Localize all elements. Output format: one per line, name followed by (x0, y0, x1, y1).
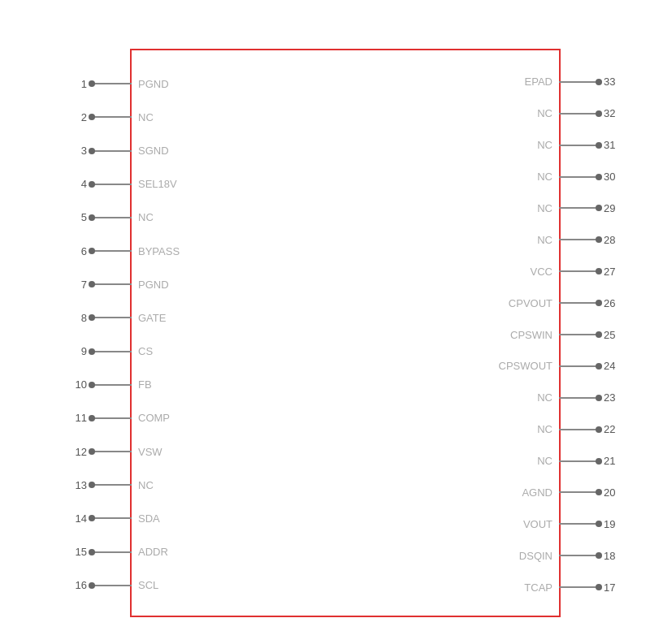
pin-dot (89, 348, 95, 355)
pin-line (559, 239, 600, 240)
pin-number: 4 (81, 178, 87, 190)
pin-label: NC (537, 107, 552, 119)
pin-number: 6 (81, 245, 87, 257)
pin-line (559, 302, 600, 304)
pin-dot (596, 300, 602, 306)
pin-label: NC (537, 234, 552, 246)
pin-label: NC (138, 211, 154, 223)
pin-line (559, 586, 600, 588)
pin-number: 22 (604, 423, 615, 435)
pin-label: NC (537, 423, 552, 435)
pin-line (91, 451, 132, 452)
pin-line (91, 585, 132, 586)
pin-label: COMP (138, 412, 170, 424)
pin-number: 32 (604, 107, 615, 119)
pin-dot (89, 482, 95, 488)
pin-line (559, 555, 600, 556)
pin-dot (89, 248, 95, 254)
pin-line (559, 429, 600, 430)
pin-dot (596, 236, 602, 243)
ic-body: 1PGND2NC3SGND4SEL18V5NC6BYPASS7PGND8GATE… (130, 49, 561, 617)
pin-line (91, 150, 132, 152)
pin-label: EPAD (525, 76, 552, 88)
pin-dot (89, 448, 95, 455)
pin-label: SDA (138, 512, 160, 525)
pin-number: 25 (604, 329, 615, 341)
pin-label: VOUT (523, 518, 552, 530)
pin-line (91, 217, 132, 218)
pin-line (91, 83, 132, 84)
pin-line (559, 145, 600, 146)
pin-label: CS (138, 345, 153, 357)
pin-dot (596, 110, 602, 117)
pin-dot (596, 395, 602, 401)
pin-label: PGND (138, 279, 169, 291)
pin-number: 17 (604, 581, 615, 594)
pin-label: VCC (531, 266, 552, 278)
pin-label: NC (537, 455, 552, 467)
pin-line (559, 365, 600, 367)
pin-label: NC (537, 139, 552, 151)
pin-line (91, 283, 132, 285)
pin-label: PGND (138, 78, 169, 90)
pin-line (559, 460, 600, 462)
pin-line (91, 417, 132, 419)
pin-line (91, 351, 132, 352)
pin-line (559, 176, 600, 178)
pin-label: CPVOUT (509, 297, 552, 309)
pin-number: 5 (81, 211, 87, 223)
pin-number: 18 (604, 550, 615, 562)
pin-dot (596, 552, 602, 559)
pin-number: 13 (76, 479, 87, 491)
pin-label: CPSWIN (510, 329, 552, 341)
pin-number: 27 (604, 266, 615, 278)
pin-number: 1 (81, 78, 87, 90)
pin-dot (89, 214, 95, 221)
pin-dot (596, 268, 602, 274)
pin-dot (596, 79, 602, 85)
pin-label: GATE (138, 312, 166, 324)
pin-label: NC (537, 202, 552, 214)
pin-number: 21 (604, 455, 615, 467)
pin-dot (89, 281, 95, 287)
pin-dot (89, 415, 95, 421)
pin-dot (596, 458, 602, 465)
pin-label: BYPASS (138, 245, 180, 257)
pin-number: 26 (604, 297, 615, 309)
pin-dot (89, 148, 95, 154)
pin-number: 7 (81, 279, 87, 291)
pin-number: 24 (604, 360, 615, 372)
pin-number: 33 (604, 76, 615, 88)
pin-label: NC (138, 111, 154, 123)
pin-number: 11 (76, 412, 87, 424)
pin-line (559, 334, 600, 335)
pin-dot (89, 80, 95, 87)
pin-line (559, 397, 600, 399)
pin-number: 8 (81, 312, 87, 324)
pin-line (559, 81, 600, 83)
pin-dot (596, 142, 602, 149)
pin-line (91, 551, 132, 553)
pin-line (559, 270, 600, 272)
pin-number: 31 (604, 139, 615, 151)
pin-label: DSQIN (519, 550, 552, 562)
pin-dot (89, 382, 95, 388)
pin-line (91, 384, 132, 386)
pin-line (91, 517, 132, 519)
pin-label: NC (138, 479, 154, 491)
pin-dot (89, 549, 95, 555)
pin-dot (596, 363, 602, 370)
pin-label: SEL18V (138, 178, 177, 190)
pin-number: 12 (76, 446, 87, 458)
pin-line (91, 484, 132, 486)
pin-dot (89, 582, 95, 589)
pin-dot (596, 426, 602, 433)
pin-label: SCL (138, 579, 158, 591)
pin-number: 29 (604, 202, 615, 214)
pin-line (559, 207, 600, 209)
pin-line (559, 523, 600, 525)
component-container: 1PGND2NC3SGND4SEL18V5NC6BYPASS7PGND8GATE… (24, 24, 626, 620)
pin-dot (596, 205, 602, 211)
pin-label: NC (537, 171, 552, 183)
pin-dot (596, 521, 602, 527)
